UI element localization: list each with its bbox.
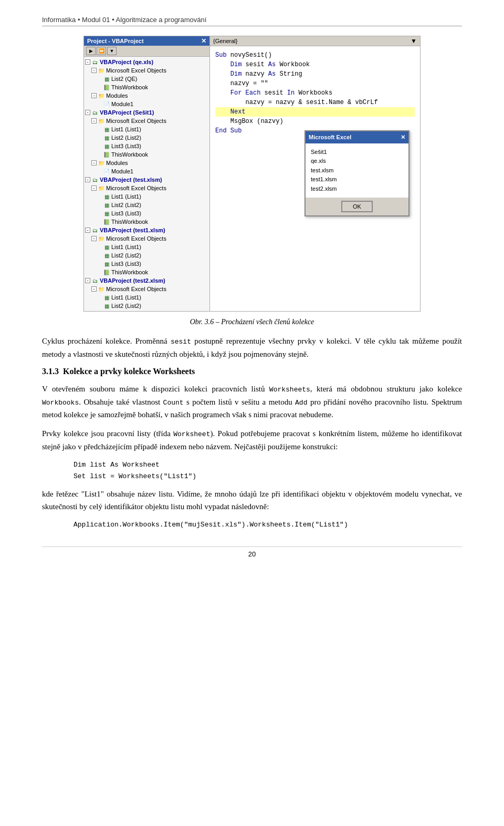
tree-label: List3 (List3) [111,210,141,216]
tree-item[interactable]: - 🗂 VBAProject (test.xlsm) [84,175,209,184]
tree-item[interactable]: ▦ List1 (List1) [84,243,209,251]
section-heading-313: 3.1.3 Kolekce a prvky kolekce Worksheets [42,367,462,376]
module-icon: 📄 [103,100,110,108]
vba-icon: 🗂 [91,226,99,234]
tree-item[interactable]: - 📁 Microsoft Excel Objects [84,66,209,75]
vba-panel-close-icon[interactable]: ✕ [201,37,206,45]
tree-item[interactable]: ▦ List3 (List3) [84,142,209,150]
section-number: 3.1.3 [42,367,59,376]
tree-item[interactable]: - 🗂 VBAProject (test2.xlsm) [84,276,209,285]
tree-item[interactable]: 📗 ThisWorkbook [84,150,209,159]
tree-toggle[interactable]: - [91,236,97,241]
code-line-4: nazvy = "" [215,79,415,88]
sheet-icon: ▦ [103,142,110,150]
tree-toggle[interactable]: - [85,110,90,115]
sheet-icon: ▦ [103,260,110,267]
tree-item[interactable]: ▦ List3 (List3) [84,209,209,218]
tree-toggle[interactable]: - [85,278,90,283]
inline-code-count: Count [163,399,184,407]
tree-toggle[interactable]: - [91,118,97,123]
tree-toggle[interactable]: - [85,59,90,65]
tree-item[interactable]: 📄 Module1 [84,100,209,108]
tree-toggle[interactable]: - [91,160,97,166]
folder-icon: 📁 [98,235,105,242]
tree-item[interactable]: ▦ List1 (List1) [84,192,209,201]
msgbox-footer: OK [306,198,408,215]
tree-item[interactable]: ▦ List2 (List2) [84,133,209,142]
tree-label: ThisWorkbook [111,269,148,275]
figure-caption: Obr. 3.6 – Procházení všech členů kolekc… [42,318,462,326]
code-block-1: Dim list As Worksheet Set list = Workshe… [74,459,462,482]
tree-label: VBAProject (test.xlsm) [100,177,162,183]
workbook-icon: 📗 [103,269,110,276]
tree-item[interactable]: 📄 Module1 [84,167,209,175]
tree-toggle[interactable]: - [91,286,97,292]
code-line-1: Sub novySesit() [215,50,415,60]
tree-item[interactable]: - 📁 Microsoft Excel Objects [84,285,209,293]
code-panel: {General} ▼ Sub novySesit() Dim sesit As… [210,36,420,311]
code-block-line-3: Application.Workbooks.Item("mujSesit.xls… [74,519,462,531]
tree-item[interactable]: - 🗂 VBAProject (test1.xlsm) [84,226,209,234]
tree-item[interactable]: - 📁 Microsoft Excel Objects [84,234,209,243]
msgbox-dialog: Microsoft Excel ✕ Sešit1 qe.xls test.xls… [304,130,410,216]
code-panel-title: {General} [213,38,237,44]
tree-item[interactable]: ▦ List2 (List2) [84,251,209,260]
tree-item[interactable]: ▦ List2 (QE) [84,75,209,83]
tree-toggle[interactable]: - [85,228,90,233]
tree-label: VBAProject (test1.xlsm) [100,227,165,233]
folder-icon: 📁 [98,184,105,192]
page-header: Informatika • Modul 01 • Algoritmizace a… [42,16,462,26]
code-panel-header: {General} ▼ [210,36,420,46]
inline-code-worksheet: Worksheet [173,430,210,438]
tree-item[interactable]: - 📁 Microsoft Excel Objects [84,184,209,192]
tree-label: List1 (List1) [111,244,141,250]
tree-item[interactable]: ▦ List3 (List3) [84,260,209,268]
msgbox-close-icon[interactable]: ✕ [401,133,405,142]
code-line-8: MsgBox (nazvy) [215,117,415,126]
sheet-icon: ▦ [103,134,110,141]
code-line-6: nazvy = nazvy & sesit.Name & vbCrLf [215,98,415,107]
tree-item[interactable]: ▦ List1 (List1) [84,125,209,133]
tree-label: Modules [106,92,128,99]
code-line-5: For Each sesit In Workbooks [215,88,415,98]
tree-label: Microsoft Excel Objects [106,235,166,242]
code-content: Sub novySesit() Dim sesit As Workbook Di… [210,46,420,311]
tree-item[interactable]: - 🗂 VBAProject (Sešit1) [84,108,209,117]
tree-item[interactable]: ▦ List2 (List2) [84,302,209,310]
tree-toggle[interactable]: - [91,185,97,191]
msgbox-item-5: test2.xlsm [311,184,403,194]
sheet-icon: ▦ [103,126,110,133]
code-block-line-2: Set list = Worksheets("List1") [74,471,462,482]
workbook-icon: 📗 [103,151,110,158]
tree-toggle[interactable]: - [85,177,90,182]
toolbar-btn-2[interactable]: ⏩ [97,47,106,55]
paragraph-2: V otevřeném souboru máme k dispozici kol… [42,383,462,421]
toolbar-btn-1[interactable]: ▶ [86,47,96,55]
tree-item[interactable]: - 📁 Microsoft Excel Objects [84,117,209,125]
code-line-3: Dim nazvy As String [215,69,415,79]
tree-item[interactable]: 📗 ThisWorkbook [84,268,209,276]
tree-item[interactable]: - 📁 Modules [84,91,209,100]
tree-label: Module1 [111,168,133,174]
folder-icon: 📁 [98,67,105,74]
tree-item[interactable]: 📗 ThisWorkbook [84,218,209,226]
tree-label: Module1 [111,101,133,107]
toolbar-btn-3[interactable]: ▼ [107,47,117,55]
screenshot-area: Project - VBAProject ✕ ▶ ⏩ ▼ - 🗂 VBAPro [42,36,462,312]
tree-item[interactable]: - 🗂 VBAProject (qe.xls) [84,58,209,66]
tree-toggle[interactable]: - [91,68,97,73]
module-icon: 📄 [103,168,110,175]
sheet-icon: ▦ [103,193,110,200]
tree-item[interactable]: ▦ List1 (List1) [84,293,209,302]
code-panel-close-icon[interactable]: ▼ [411,37,417,45]
sheet-icon: ▦ [103,302,110,309]
tree-toggle[interactable]: - [91,93,97,98]
tree-item[interactable]: ▦ List2 (List2) [84,201,209,209]
msgbox-item-4: test1.xlsm [311,175,403,184]
folder-icon: 📁 [98,117,105,125]
tree-item[interactable]: 📗 ThisWorkbook [84,83,209,91]
vba-icon: 🗂 [91,176,99,183]
tree-label: VBAProject (qe.xls) [100,59,153,65]
tree-item[interactable]: - 📁 Modules [84,159,209,167]
msgbox-ok-button[interactable]: OK [341,201,373,212]
